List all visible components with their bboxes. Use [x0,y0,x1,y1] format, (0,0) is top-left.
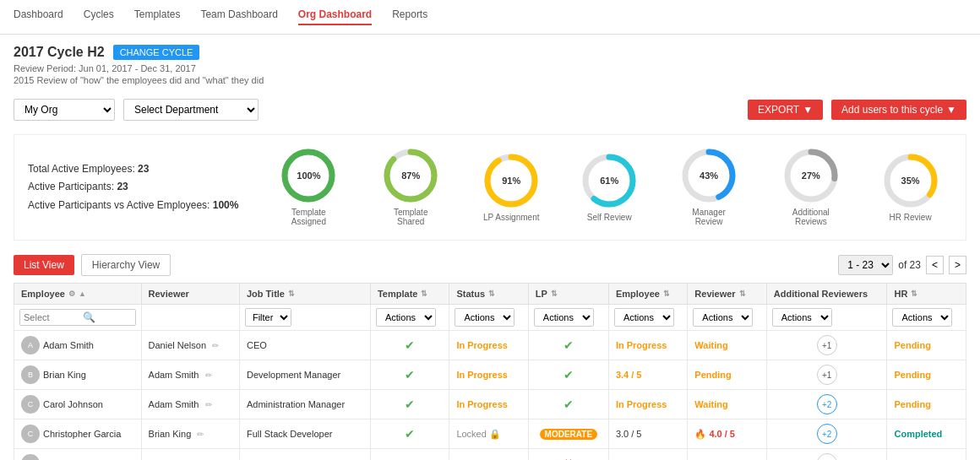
export-button[interactable]: EXPORT ▼ [748,100,823,120]
nav-item-reports[interactable]: Reports [392,8,427,25]
chart-label-5: Additional Reviews [781,208,841,226]
reviewer-review-val-0: Waiting [694,340,727,350]
lp-cell-1: ✔ [528,360,608,390]
lp-check-0: ✔ [564,338,574,352]
change-cycle-button[interactable]: CHANGE CYCLE [113,45,200,60]
active-participants-label: Active Participants: [28,181,114,192]
th-employee-review: Employee ⇅ [608,284,687,305]
main-nav: DashboardCyclesTemplatesTeam DashboardOr… [0,0,980,35]
employee-review-cell-4: Pending [608,449,687,461]
lp-actions-select[interactable]: Actions [534,308,594,327]
page-header: 2017 Cycle H2 CHANGE CYCLE Review Period… [0,35,980,92]
donut-pct-5: 27% [802,170,820,181]
hierarchy-view-button[interactable]: Hierarchy View [81,254,171,276]
nav-item-dashboard[interactable]: Dashboard [14,8,63,25]
chart-label-0: Template Assigned [279,208,338,226]
jobtitle-cell-4: Knowledge Base Mana... [239,449,370,461]
chart-item-5: 27% Additional Reviews [781,149,841,226]
list-view-button[interactable]: List View [14,255,74,275]
employee-review-cell-3: 3.0 / 5 [608,419,687,449]
total-employees-value: 23 [138,163,149,175]
additional-cell-2: +2 [766,390,887,419]
lp-cell-0: ✔ [528,331,608,360]
chart-label-3: Self Review [587,213,632,222]
employee-review-cell-1: 3.4 / 5 [608,360,687,390]
org-select[interactable]: My Org [14,99,115,121]
flame-icon-3: 🔥 [694,429,706,439]
th-employee: Employee ⚙ ▲ [14,284,142,305]
additional-cell-3: +2 [766,419,887,449]
th-additional: Additional Reviewers [766,284,887,305]
reviewer-edit-icon-3[interactable]: ✏ [197,430,204,439]
additional-actions-select[interactable]: Actions [772,308,832,327]
reviewer-review-sort-icon[interactable]: ⇅ [739,290,746,298]
th-hr: HR ⇅ [887,284,966,305]
template-sort-icon[interactable]: ⇅ [421,290,427,298]
template-cell-4: ✔ [370,449,449,461]
chevron-down-icon: ▼ [803,104,813,116]
donut-pct-4: 43% [700,170,718,181]
employee-review-val-2: In Progress [616,399,667,409]
employee-name-3: Christopher Garcia [43,429,121,439]
avatar-0: A [21,336,40,354]
hr-val-0: Pending [894,340,930,350]
status-cell-4: Not Started [449,449,528,461]
chart-label-4: Manager Review [679,208,738,226]
employee-review-actions-select[interactable]: Actions [614,308,674,327]
jobtitle-filter-select[interactable]: Filter [245,308,291,327]
filters-row: My Org Select Department EXPORT ▼ Add us… [0,92,980,127]
reviewer-edit-icon-1[interactable]: ✏ [205,371,212,380]
status-cell-1: In Progress [449,360,528,390]
employees-table: Employee ⚙ ▲ Reviewer Job Title ⇅ Templa… [14,283,966,460]
donut-pct-3: 61% [600,176,618,186]
template-actions-select[interactable]: Actions [376,308,436,327]
reviewer-edit-icon-2[interactable]: ✏ [205,400,212,409]
employee-review-sort-icon[interactable]: ⇅ [663,290,670,298]
hr-sort-icon[interactable]: ⇅ [911,290,917,298]
template-check-icon-1: ✔ [405,368,415,382]
status-actions-select[interactable]: Actions [455,308,514,327]
nav-item-team-dashboard[interactable]: Team Dashboard [200,8,277,25]
table-row: B Brian King Adam Smith ✏ Development Ma… [14,360,966,390]
status-sort-icon[interactable]: ⇅ [488,290,495,298]
donut-pct-2: 91% [502,176,520,186]
chart-item-0: 100% Template Assigned [279,149,338,226]
prev-page-button[interactable]: < [926,256,944,274]
review-desc: 2015 Review of "how" the employees did a… [14,75,966,85]
add-users-button[interactable]: Add users to this cycle ▼ [831,100,966,120]
nav-item-templates[interactable]: Templates [134,8,181,25]
lock-icon-3: 🔒 [489,429,501,439]
employee-cell-2: C Carol Johnson [14,390,142,419]
th-status: Status ⇅ [449,284,528,305]
reviewer-review-cell-1: Pending [688,360,766,390]
hr-actions-select[interactable]: Actions [892,308,952,327]
additional-badge-3: +2 [817,424,837,444]
lp-sort-icon[interactable]: ⇅ [551,290,558,298]
reviewer-review-actions-select[interactable]: Actions [693,308,753,327]
employee-sort-icon[interactable]: ⚙ [68,290,75,298]
jobtitle-sort-icon[interactable]: ⇅ [288,290,295,298]
template-cell-2: ✔ [370,390,449,419]
department-select[interactable]: Select Department [123,99,259,121]
jobtitle-cell-1: Development Manager [239,360,370,390]
template-check-icon-0: ✔ [405,338,415,352]
employee-asc-icon[interactable]: ▲ [79,290,86,298]
next-page-button[interactable]: > [949,256,966,274]
table-header-row: Employee ⚙ ▲ Reviewer Job Title ⇅ Templa… [14,284,966,305]
employee-filter-input[interactable] [24,312,83,322]
page-range-select[interactable]: 1 - 23 [838,255,893,275]
chart-item-6: 35% HR Review [884,154,938,222]
template-cell-1: ✔ [370,360,449,390]
table-row: D Daniel Brown Debby P. Ryan ✏ Knowledge… [14,449,966,461]
nav-item-org-dashboard[interactable]: Org Dashboard [298,8,372,25]
total-pages: of 23 [898,259,921,271]
nav-item-cycles[interactable]: Cycles [84,8,114,25]
table-controls: List View Hierarchy View 1 - 23 of 23 < … [0,247,980,283]
donut-chart-2: 91% [484,154,538,208]
employee-search-icon[interactable]: 🔍 [83,311,95,323]
reviewer-edit-icon-0[interactable]: ✏ [212,341,219,350]
employee-cell-4: D Daniel Brown [14,449,142,461]
ratio-value: 100% [213,199,239,211]
chart-label-2: LP Assignment [483,213,540,222]
review-period: Review Period: Jun 01, 2017 - Dec 31, 20… [14,63,966,73]
